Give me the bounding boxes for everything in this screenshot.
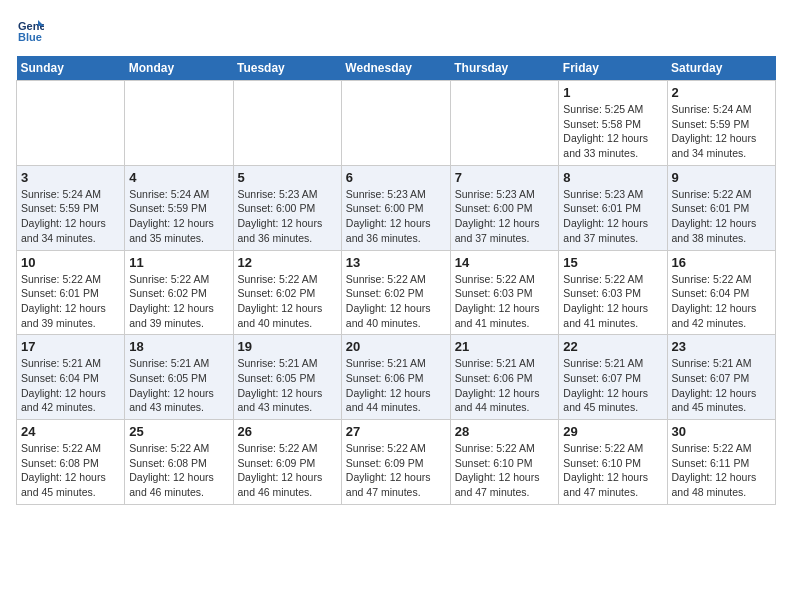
calendar-cell xyxy=(17,81,125,166)
calendar-cell xyxy=(341,81,450,166)
day-number: 29 xyxy=(563,424,662,439)
day-info: Sunrise: 5:22 AM Sunset: 6:02 PM Dayligh… xyxy=(238,272,337,331)
calendar-cell: 24Sunrise: 5:22 AM Sunset: 6:08 PM Dayli… xyxy=(17,420,125,505)
day-info: Sunrise: 5:22 AM Sunset: 6:02 PM Dayligh… xyxy=(129,272,228,331)
day-info: Sunrise: 5:24 AM Sunset: 5:59 PM Dayligh… xyxy=(672,102,772,161)
day-number: 26 xyxy=(238,424,337,439)
day-info: Sunrise: 5:22 AM Sunset: 6:09 PM Dayligh… xyxy=(346,441,446,500)
calendar-table: SundayMondayTuesdayWednesdayThursdayFrid… xyxy=(16,56,776,505)
calendar-cell xyxy=(450,81,559,166)
day-info: Sunrise: 5:22 AM Sunset: 6:03 PM Dayligh… xyxy=(455,272,555,331)
calendar-cell: 8Sunrise: 5:23 AM Sunset: 6:01 PM Daylig… xyxy=(559,165,667,250)
day-info: Sunrise: 5:23 AM Sunset: 6:00 PM Dayligh… xyxy=(346,187,446,246)
day-info: Sunrise: 5:22 AM Sunset: 6:01 PM Dayligh… xyxy=(672,187,772,246)
calendar-cell: 12Sunrise: 5:22 AM Sunset: 6:02 PM Dayli… xyxy=(233,250,341,335)
day-number: 15 xyxy=(563,255,662,270)
day-number: 14 xyxy=(455,255,555,270)
calendar-cell: 10Sunrise: 5:22 AM Sunset: 6:01 PM Dayli… xyxy=(17,250,125,335)
weekday-header-row: SundayMondayTuesdayWednesdayThursdayFrid… xyxy=(17,56,776,81)
day-number: 16 xyxy=(672,255,772,270)
calendar-cell: 25Sunrise: 5:22 AM Sunset: 6:08 PM Dayli… xyxy=(125,420,233,505)
day-number: 6 xyxy=(346,170,446,185)
calendar-week-row: 1Sunrise: 5:25 AM Sunset: 5:58 PM Daylig… xyxy=(17,81,776,166)
calendar-cell: 29Sunrise: 5:22 AM Sunset: 6:10 PM Dayli… xyxy=(559,420,667,505)
calendar-week-row: 10Sunrise: 5:22 AM Sunset: 6:01 PM Dayli… xyxy=(17,250,776,335)
day-number: 21 xyxy=(455,339,555,354)
day-info: Sunrise: 5:23 AM Sunset: 6:00 PM Dayligh… xyxy=(455,187,555,246)
day-info: Sunrise: 5:21 AM Sunset: 6:06 PM Dayligh… xyxy=(455,356,555,415)
calendar-cell: 27Sunrise: 5:22 AM Sunset: 6:09 PM Dayli… xyxy=(341,420,450,505)
day-number: 30 xyxy=(672,424,772,439)
calendar-week-row: 24Sunrise: 5:22 AM Sunset: 6:08 PM Dayli… xyxy=(17,420,776,505)
calendar-cell: 28Sunrise: 5:22 AM Sunset: 6:10 PM Dayli… xyxy=(450,420,559,505)
day-info: Sunrise: 5:22 AM Sunset: 6:10 PM Dayligh… xyxy=(455,441,555,500)
day-info: Sunrise: 5:22 AM Sunset: 6:09 PM Dayligh… xyxy=(238,441,337,500)
calendar-cell: 9Sunrise: 5:22 AM Sunset: 6:01 PM Daylig… xyxy=(667,165,776,250)
day-number: 9 xyxy=(672,170,772,185)
day-info: Sunrise: 5:22 AM Sunset: 6:11 PM Dayligh… xyxy=(672,441,772,500)
calendar-cell: 18Sunrise: 5:21 AM Sunset: 6:05 PM Dayli… xyxy=(125,335,233,420)
day-number: 10 xyxy=(21,255,120,270)
calendar-cell xyxy=(233,81,341,166)
calendar-cell: 1Sunrise: 5:25 AM Sunset: 5:58 PM Daylig… xyxy=(559,81,667,166)
day-number: 27 xyxy=(346,424,446,439)
calendar-cell: 11Sunrise: 5:22 AM Sunset: 6:02 PM Dayli… xyxy=(125,250,233,335)
day-info: Sunrise: 5:22 AM Sunset: 6:03 PM Dayligh… xyxy=(563,272,662,331)
weekday-header-wednesday: Wednesday xyxy=(341,56,450,81)
calendar-cell: 23Sunrise: 5:21 AM Sunset: 6:07 PM Dayli… xyxy=(667,335,776,420)
day-number: 12 xyxy=(238,255,337,270)
day-number: 20 xyxy=(346,339,446,354)
day-number: 24 xyxy=(21,424,120,439)
day-number: 25 xyxy=(129,424,228,439)
page-header: General Blue xyxy=(16,16,776,48)
day-info: Sunrise: 5:21 AM Sunset: 6:05 PM Dayligh… xyxy=(129,356,228,415)
day-info: Sunrise: 5:22 AM Sunset: 6:01 PM Dayligh… xyxy=(21,272,120,331)
day-info: Sunrise: 5:22 AM Sunset: 6:08 PM Dayligh… xyxy=(129,441,228,500)
day-info: Sunrise: 5:22 AM Sunset: 6:08 PM Dayligh… xyxy=(21,441,120,500)
calendar-cell: 22Sunrise: 5:21 AM Sunset: 6:07 PM Dayli… xyxy=(559,335,667,420)
day-info: Sunrise: 5:21 AM Sunset: 6:05 PM Dayligh… xyxy=(238,356,337,415)
day-number: 5 xyxy=(238,170,337,185)
calendar-cell: 21Sunrise: 5:21 AM Sunset: 6:06 PM Dayli… xyxy=(450,335,559,420)
day-info: Sunrise: 5:24 AM Sunset: 5:59 PM Dayligh… xyxy=(21,187,120,246)
calendar-cell: 14Sunrise: 5:22 AM Sunset: 6:03 PM Dayli… xyxy=(450,250,559,335)
calendar-cell: 17Sunrise: 5:21 AM Sunset: 6:04 PM Dayli… xyxy=(17,335,125,420)
calendar-cell: 26Sunrise: 5:22 AM Sunset: 6:09 PM Dayli… xyxy=(233,420,341,505)
weekday-header-monday: Monday xyxy=(125,56,233,81)
logo: General Blue xyxy=(16,16,48,44)
calendar-week-row: 3Sunrise: 5:24 AM Sunset: 5:59 PM Daylig… xyxy=(17,165,776,250)
day-number: 1 xyxy=(563,85,662,100)
day-info: Sunrise: 5:23 AM Sunset: 6:00 PM Dayligh… xyxy=(238,187,337,246)
day-number: 28 xyxy=(455,424,555,439)
day-number: 2 xyxy=(672,85,772,100)
calendar-cell: 4Sunrise: 5:24 AM Sunset: 5:59 PM Daylig… xyxy=(125,165,233,250)
calendar-cell: 6Sunrise: 5:23 AM Sunset: 6:00 PM Daylig… xyxy=(341,165,450,250)
calendar-cell: 16Sunrise: 5:22 AM Sunset: 6:04 PM Dayli… xyxy=(667,250,776,335)
svg-text:Blue: Blue xyxy=(18,31,42,43)
day-info: Sunrise: 5:21 AM Sunset: 6:07 PM Dayligh… xyxy=(563,356,662,415)
calendar-cell: 30Sunrise: 5:22 AM Sunset: 6:11 PM Dayli… xyxy=(667,420,776,505)
calendar-cell: 13Sunrise: 5:22 AM Sunset: 6:02 PM Dayli… xyxy=(341,250,450,335)
day-number: 18 xyxy=(129,339,228,354)
day-number: 8 xyxy=(563,170,662,185)
day-info: Sunrise: 5:22 AM Sunset: 6:04 PM Dayligh… xyxy=(672,272,772,331)
calendar-cell: 15Sunrise: 5:22 AM Sunset: 6:03 PM Dayli… xyxy=(559,250,667,335)
calendar-cell xyxy=(125,81,233,166)
weekday-header-saturday: Saturday xyxy=(667,56,776,81)
calendar-week-row: 17Sunrise: 5:21 AM Sunset: 6:04 PM Dayli… xyxy=(17,335,776,420)
weekday-header-friday: Friday xyxy=(559,56,667,81)
day-number: 22 xyxy=(563,339,662,354)
day-info: Sunrise: 5:23 AM Sunset: 6:01 PM Dayligh… xyxy=(563,187,662,246)
day-info: Sunrise: 5:22 AM Sunset: 6:10 PM Dayligh… xyxy=(563,441,662,500)
weekday-header-sunday: Sunday xyxy=(17,56,125,81)
day-info: Sunrise: 5:24 AM Sunset: 5:59 PM Dayligh… xyxy=(129,187,228,246)
day-info: Sunrise: 5:25 AM Sunset: 5:58 PM Dayligh… xyxy=(563,102,662,161)
day-number: 17 xyxy=(21,339,120,354)
calendar-cell: 5Sunrise: 5:23 AM Sunset: 6:00 PM Daylig… xyxy=(233,165,341,250)
day-number: 23 xyxy=(672,339,772,354)
weekday-header-thursday: Thursday xyxy=(450,56,559,81)
calendar-cell: 3Sunrise: 5:24 AM Sunset: 5:59 PM Daylig… xyxy=(17,165,125,250)
calendar-cell: 2Sunrise: 5:24 AM Sunset: 5:59 PM Daylig… xyxy=(667,81,776,166)
weekday-header-tuesday: Tuesday xyxy=(233,56,341,81)
calendar-cell: 20Sunrise: 5:21 AM Sunset: 6:06 PM Dayli… xyxy=(341,335,450,420)
